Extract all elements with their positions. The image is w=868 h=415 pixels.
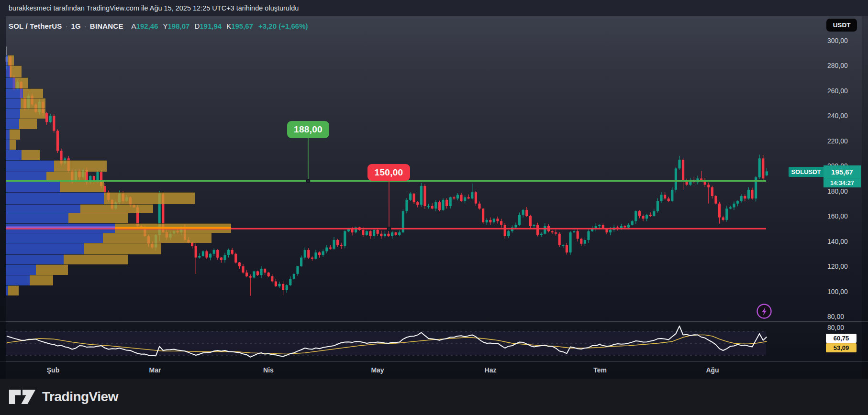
candle: [562, 244, 564, 248]
candle: [377, 229, 379, 236]
candle: [380, 231, 382, 239]
candle: [525, 207, 528, 217]
candle: [49, 114, 52, 123]
candle: [668, 197, 670, 202]
time-axis-label-ağu: Ağu: [698, 366, 727, 374]
candle: [660, 192, 662, 203]
candle: [416, 201, 419, 208]
separator-dot: ·: [84, 22, 87, 30]
candle: [286, 284, 288, 293]
time-axis-label-şub: Şub: [39, 366, 67, 374]
candle: [333, 237, 335, 250]
candle: [231, 248, 234, 255]
candle: [755, 176, 757, 202]
candle: [395, 232, 397, 236]
rsi-value-badge: 60,75: [826, 334, 857, 343]
currency-toggle-label: USDT: [833, 22, 851, 29]
candle: [504, 223, 506, 239]
candle: [555, 230, 557, 236]
price-axis-label: 160,00: [827, 212, 848, 220]
candle: [496, 217, 499, 224]
candle: [464, 195, 466, 204]
candle: [311, 256, 313, 261]
ohlc-item: D191,94: [194, 22, 222, 30]
candle: [300, 255, 302, 267]
level-tag-150[interactable]: 150,00: [367, 164, 410, 181]
level-tag-188-label: 188,00: [294, 124, 323, 135]
candle: [653, 209, 655, 217]
candle: [329, 245, 332, 250]
profile-poc-line: [115, 227, 231, 229]
flash-icon-button[interactable]: [756, 303, 772, 319]
candle: [460, 193, 462, 202]
candle: [304, 247, 306, 260]
candle: [227, 249, 230, 258]
price-axis-label: 240,00: [827, 111, 848, 120]
candle: [671, 187, 673, 202]
candle: [387, 231, 389, 237]
last-price-symbol: SOLUSDT: [791, 168, 821, 175]
candle: [413, 193, 415, 204]
level-tag-188[interactable]: 188,00: [287, 121, 329, 138]
candle: [500, 218, 502, 228]
candle: [438, 200, 441, 211]
candle: [642, 214, 644, 221]
candle: [405, 198, 408, 213]
rsi-axis-label-80: 80,00: [827, 324, 844, 331]
exchange-label: BINANCE: [90, 22, 123, 30]
candle: [595, 223, 597, 231]
currency-toggle-button[interactable]: USDT: [826, 19, 857, 32]
candle: [234, 253, 237, 264]
candle: [558, 232, 561, 247]
price-axis-label: 260,00: [827, 87, 848, 95]
candle: [634, 210, 637, 224]
candle: [355, 227, 357, 234]
candle: [45, 112, 48, 125]
candle: [431, 203, 434, 209]
candle: [714, 195, 717, 205]
time-axis-label-tem: Tem: [586, 366, 614, 374]
tradingview-brand-text[interactable]: TradingView: [42, 389, 118, 404]
ohlc-value: 195,67: [231, 22, 253, 30]
price-scale-scrollbar[interactable]: [862, 16, 868, 379]
candle: [53, 114, 55, 133]
candle: [56, 130, 59, 153]
price-axis-label: 100,00: [827, 287, 848, 296]
candle: [293, 273, 295, 280]
tradingview-snapshot: burakkesmeci tarafından TradingView.com …: [0, 0, 868, 415]
ohlc-value: 191,94: [200, 22, 222, 30]
candle: [275, 279, 277, 287]
candle: [725, 206, 728, 221]
candle: [478, 201, 480, 209]
candle: [220, 257, 223, 263]
ohlc-item: Y198,07: [163, 22, 190, 30]
candle: [682, 158, 684, 190]
candle: [722, 216, 724, 221]
candle: [282, 281, 284, 295]
separator-dot: ·: [65, 22, 67, 30]
candle: [584, 238, 586, 246]
rsi-pane-layer: [6, 326, 767, 357]
interval-label[interactable]: 1G: [71, 22, 80, 30]
candle: [213, 248, 215, 256]
candle: [467, 195, 470, 199]
candle: [420, 183, 423, 207]
candle: [314, 250, 317, 260]
candle: [423, 185, 426, 209]
candle: [707, 183, 710, 204]
candle: [569, 231, 571, 255]
candle: [522, 209, 524, 218]
candle: [678, 156, 680, 170]
price-axis-label: 140,00: [827, 237, 848, 246]
candle: [325, 245, 328, 253]
candle: [249, 274, 252, 296]
candle: [256, 271, 259, 276]
candle: [267, 272, 270, 277]
candle: [409, 192, 412, 201]
ohlc-label: Y: [163, 22, 168, 30]
candle: [689, 178, 691, 186]
candle: [434, 200, 437, 211]
countdown-timer: 14:34:27: [830, 180, 854, 186]
tradingview-logo-icon[interactable]: [9, 388, 36, 405]
symbol-name[interactable]: SOL / TetherUS: [9, 22, 62, 30]
